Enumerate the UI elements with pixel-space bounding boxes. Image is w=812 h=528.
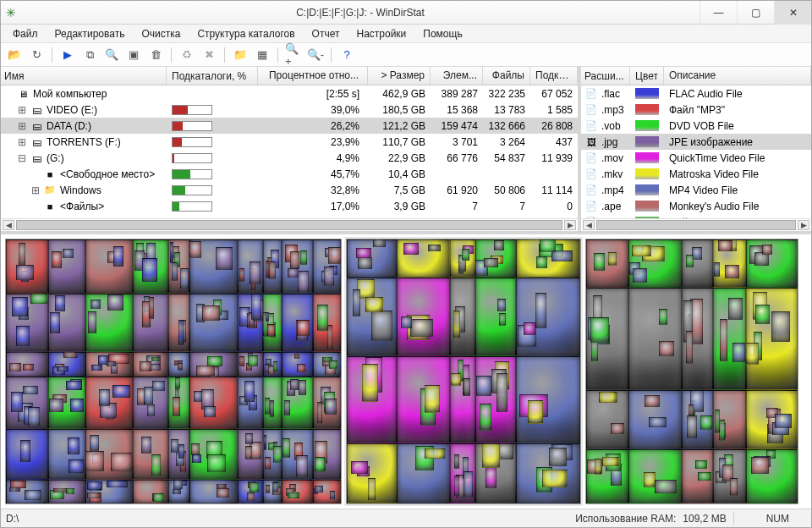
treemap-block[interactable]: [107, 481, 128, 487]
treemap-block[interactable]: [373, 239, 386, 246]
treemap-block[interactable]: [649, 417, 667, 427]
treemap-block[interactable]: [178, 320, 184, 345]
treemap-block[interactable]: [87, 492, 101, 498]
treemap-block[interactable]: [270, 400, 273, 416]
treemap-block[interactable]: [645, 395, 660, 407]
treemap-block[interactable]: [590, 317, 609, 343]
treemap-block[interactable]: [700, 415, 712, 430]
treemap-block[interactable]: [659, 341, 675, 356]
treemap-block[interactable]: [686, 331, 693, 363]
treemap-block[interactable]: [536, 256, 547, 268]
treemap-block[interactable]: [542, 470, 568, 487]
treemap-block[interactable]: [755, 305, 771, 324]
treemap-block[interactable]: [725, 265, 739, 278]
treemap-block[interactable]: [594, 253, 605, 271]
treemap-block[interactable]: [52, 251, 62, 268]
tree-expander[interactable]: ⊞: [31, 184, 40, 196]
treemap-block[interactable]: [775, 414, 792, 429]
treemap-block[interactable]: [216, 247, 232, 269]
treemap-block[interactable]: [608, 252, 617, 267]
treemap-block[interactable]: [107, 361, 116, 366]
treemap-block[interactable]: [659, 309, 667, 324]
zoom-out-icon[interactable]: 🔍-: [307, 47, 324, 63]
treemap-block[interactable]: [149, 297, 155, 318]
col-desc[interactable]: Описание: [664, 67, 811, 85]
ext-row[interactable]: 🖼.jpgJPE изображение: [581, 134, 811, 150]
tree-hscrollbar[interactable]: ◀ ▶: [1, 218, 578, 231]
treemap-block[interactable]: [180, 268, 189, 289]
explorer-icon[interactable]: 🔍: [103, 47, 120, 63]
treemap-block[interactable]: [152, 381, 166, 391]
treemap-block[interactable]: [549, 448, 566, 466]
treemap-block[interactable]: [300, 250, 307, 264]
tree-expander[interactable]: ⊟: [18, 152, 26, 164]
ext-row[interactable]: 📄.movQuickTime Video File: [581, 150, 811, 166]
treemap-block[interactable]: [353, 289, 360, 316]
treemap-block[interactable]: [328, 247, 340, 264]
treemap-block[interactable]: [425, 448, 446, 459]
treemap-block[interactable]: [428, 245, 441, 251]
treemap-block[interactable]: [298, 271, 309, 293]
treemap-block[interactable]: [28, 407, 40, 427]
treemap-block[interactable]: [267, 324, 275, 337]
treemap-block[interactable]: [12, 297, 28, 316]
treemap-block[interactable]: [611, 423, 624, 434]
treemap-block[interactable]: [189, 241, 201, 258]
treemap-block[interactable]: [297, 364, 305, 372]
treemap-block[interactable]: [499, 313, 506, 327]
treemap-block[interactable]: [23, 386, 39, 394]
treemap-block[interactable]: [719, 420, 725, 440]
treemap-block[interactable]: [687, 415, 697, 439]
treemap-block[interactable]: [88, 311, 96, 333]
treemap-block[interactable]: [464, 471, 473, 498]
treemap-block[interactable]: [595, 459, 601, 475]
treemap-block[interactable]: [251, 294, 261, 319]
treemap-block[interactable]: [728, 298, 743, 320]
menu-help[interactable]: Помощь: [416, 26, 469, 41]
treemap-block[interactable]: [173, 397, 180, 416]
treemap-block[interactable]: [151, 454, 160, 476]
treemap-block[interactable]: [351, 461, 367, 474]
col-name[interactable]: Имя: [1, 67, 167, 85]
open-icon[interactable]: 📂: [6, 47, 23, 63]
treemap-block[interactable]: [288, 268, 299, 278]
treemap-block[interactable]: [695, 460, 706, 469]
treemap-block[interactable]: [494, 240, 505, 250]
treemap-block[interactable]: [480, 404, 491, 430]
treemap-panel[interactable]: [346, 239, 581, 504]
treemap-block[interactable]: [324, 267, 334, 286]
treemap-block[interactable]: [751, 457, 769, 474]
treemap-block[interactable]: [535, 293, 546, 328]
treemap-block[interactable]: [19, 243, 26, 266]
treemap-block[interactable]: [628, 288, 683, 390]
treemap-pane[interactable]: [1, 234, 811, 509]
treemap-block[interactable]: [686, 255, 694, 267]
treemap-block[interactable]: [170, 242, 173, 263]
treemap-block[interactable]: [171, 439, 178, 453]
treemap-block[interactable]: [66, 488, 74, 495]
treemap-block[interactable]: [288, 492, 299, 498]
treemap-block[interactable]: [524, 322, 535, 334]
treemap-block[interactable]: [20, 440, 30, 461]
treemap-block[interactable]: [66, 381, 81, 389]
treemap-block[interactable]: [192, 454, 201, 463]
treemap-block[interactable]: [25, 490, 41, 500]
treemap-block[interactable]: [68, 437, 80, 454]
treemap-block[interactable]: [85, 451, 104, 470]
treemap-block[interactable]: [482, 443, 500, 468]
treemap-block[interactable]: [632, 245, 651, 256]
treemap-block[interactable]: [327, 325, 332, 350]
tree-row[interactable]: ⊞🖴DATA (D:)26,2%121,2 GB159 474132 66626…: [1, 118, 578, 134]
treemap-block[interactable]: [283, 438, 291, 459]
treemap-block[interactable]: [299, 380, 306, 394]
treemap-block[interactable]: [358, 257, 372, 270]
tree-row[interactable]: 🖥Мой компьютер[2:55 s]462,9 GB389 287322…: [1, 85, 578, 102]
treemap-block[interactable]: [356, 248, 371, 258]
treemap-block[interactable]: [265, 398, 271, 415]
treemap-block[interactable]: [720, 319, 727, 361]
treemap-block[interactable]: [462, 249, 469, 261]
treemap-block[interactable]: [140, 361, 152, 371]
menu-file[interactable]: Файл: [6, 26, 45, 41]
delete-icon[interactable]: 🗑: [147, 47, 164, 63]
treemap-block[interactable]: [248, 355, 258, 366]
